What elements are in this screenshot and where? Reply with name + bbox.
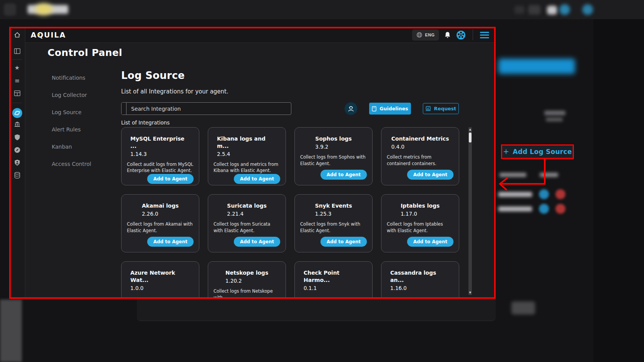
icon-rail: ★ ≡ xyxy=(9,27,25,299)
integration-description: Collect metrics from containerd containe… xyxy=(387,154,453,167)
database-icon[interactable] xyxy=(14,172,20,179)
integration-title: Containerd Metrics xyxy=(391,135,449,143)
add-log-source-label: Add Log Source xyxy=(513,148,572,156)
panels-icon[interactable] xyxy=(14,48,20,54)
guidelines-label: Guidelines xyxy=(380,106,408,111)
nav-item[interactable]: Log Source xyxy=(52,103,91,121)
integration-title: Netskope logs xyxy=(225,269,268,277)
background-blurred-primary-button xyxy=(498,59,575,74)
integration-card: Kibana logs and m... 2.5.4 Collect logs … xyxy=(208,127,286,185)
integration-card-head: Containerd Metrics 0.4.0 xyxy=(391,135,449,150)
brand-logo: AQUILA xyxy=(31,31,66,39)
background-right-column xyxy=(593,0,644,362)
integration-title: Snyk Events xyxy=(315,202,352,210)
nav-item[interactable]: Alert Rules xyxy=(52,121,91,138)
add-to-agent-button[interactable]: Add to Agent xyxy=(147,237,194,247)
favorites-star-icon[interactable]: ★ xyxy=(15,65,20,71)
integration-description: Collect logs from Netskope with xyxy=(214,288,280,299)
integration-card-head: Kibana logs and m... 2.5.4 xyxy=(217,135,277,157)
background-blurred-text xyxy=(544,111,565,115)
integration-card: Cassandra logs an... 1.16.0 Add to Agent xyxy=(381,261,459,299)
background-avatar xyxy=(559,4,570,15)
menu-hamburger-icon[interactable] xyxy=(480,32,489,38)
nav-item-label: Notifications xyxy=(52,75,85,81)
shield-icon[interactable] xyxy=(14,134,20,141)
guidelines-document-icon xyxy=(372,106,376,111)
integration-card-head: Cassandra logs an... 1.16.0 xyxy=(390,269,450,291)
integration-version: 1.17.0 xyxy=(401,211,440,217)
integration-version: 1.14.3 xyxy=(130,151,190,157)
add-to-agent-button[interactable]: Add to Agent xyxy=(320,237,367,247)
nav-item[interactable]: Kanban xyxy=(52,138,91,155)
integrations-grid: MySQL Enterprise ... 1.14.3 Collect audi… xyxy=(121,127,459,299)
integration-card: Sophos logs 3.9.2 Collect logs from Soph… xyxy=(294,127,373,185)
nav-item-label: Log Source xyxy=(52,109,82,115)
add-to-agent-button[interactable]: Add to Agent xyxy=(234,174,280,184)
integration-card: Containerd Metrics 0.4.0 Collect metrics… xyxy=(381,127,459,185)
language-selector[interactable]: ENG xyxy=(412,29,439,41)
background-edit-icon xyxy=(539,204,549,214)
notifications-bell-icon[interactable] xyxy=(444,31,451,39)
plus-icon: + xyxy=(503,147,509,156)
section-subtitle: List of all Integrations for your agent. xyxy=(121,88,228,95)
integration-version: 3.9.2 xyxy=(315,144,352,150)
support-agent-button[interactable] xyxy=(345,102,357,115)
rail-divider xyxy=(12,59,22,60)
apps-wheel-icon[interactable] xyxy=(456,30,466,40)
add-to-agent-button[interactable]: Add to Agent xyxy=(407,237,453,247)
nav-item-label: Log Collector xyxy=(52,92,87,98)
request-button[interactable]: Request xyxy=(423,103,459,114)
integration-card: Netskope logs 1.20.2 Collect logs from N… xyxy=(208,261,286,299)
guidelines-button[interactable]: Guidelines xyxy=(369,103,411,115)
rail-divider xyxy=(12,103,22,103)
nav-item[interactable]: Log Collector xyxy=(52,86,91,103)
scrollbar-thumb[interactable] xyxy=(469,133,472,143)
list-menu-icon[interactable]: ≡ xyxy=(15,78,20,84)
background-table-row xyxy=(498,192,532,197)
integrations-active-icon[interactable] xyxy=(12,108,22,118)
globe-icon xyxy=(416,32,422,38)
integrations-scrollbar[interactable]: ▲ ▼ xyxy=(468,127,472,295)
compass-icon[interactable] xyxy=(14,147,20,153)
section-title: Log Source xyxy=(121,70,185,81)
integration-card-head: Suricata logs 2.21.4 xyxy=(227,202,266,217)
control-panel-nav: Notifications Log Collector Log Source A… xyxy=(52,69,91,172)
background-blurred-button xyxy=(511,301,535,314)
integration-card: Check Point Harmo... 0.1.1 Add to Agent xyxy=(294,261,373,299)
integration-card: Snyk Events 1.25.3 Collect logs from Sny… xyxy=(294,194,373,252)
scroll-down-icon[interactable]: ▼ xyxy=(468,291,472,295)
integration-card-head: Akamai logs 2.26.0 xyxy=(142,202,179,217)
background-delete-icon xyxy=(555,189,565,199)
integration-title: Sophos logs xyxy=(315,135,352,143)
nav-item[interactable]: Notifications xyxy=(52,69,91,86)
add-log-source-button[interactable]: + Add Log Source xyxy=(502,146,573,158)
background-topbar-icon xyxy=(547,6,557,15)
integration-card-head: Iptables logs 1.17.0 xyxy=(401,202,440,217)
search-field-cap xyxy=(122,103,127,115)
organization-bank-icon[interactable] xyxy=(14,121,20,127)
scroll-up-icon[interactable]: ▲ xyxy=(468,128,472,131)
integration-title: Iptables logs xyxy=(401,202,440,210)
integration-card-head: Azure Network Wat... 1.0.0 xyxy=(130,269,190,291)
nav-item-label: Kanban xyxy=(52,144,72,150)
integration-card-head: MySQL Enterprise ... 1.14.3 xyxy=(130,135,190,157)
control-panel-modal: AQUILA ENG xyxy=(9,27,496,299)
nav-item[interactable]: Access Control xyxy=(52,155,91,172)
integration-card: Suricata logs 2.21.4 Collect logs from S… xyxy=(208,194,286,252)
background-left-sidebar xyxy=(0,300,22,362)
page: + Add Log Source AQUILA ENG xyxy=(0,0,644,362)
integration-version: 2.5.4 xyxy=(217,151,277,157)
background-logo-accent xyxy=(35,3,52,15)
add-to-agent-button[interactable]: Add to Agent xyxy=(320,170,367,180)
identity-shield-icon[interactable] xyxy=(14,159,20,166)
support-agent-icon xyxy=(347,105,355,112)
search-input[interactable] xyxy=(127,103,291,115)
add-to-agent-button[interactable]: Add to Agent xyxy=(147,174,194,184)
integration-version: 1.20.2 xyxy=(225,278,268,284)
add-to-agent-button[interactable]: Add to Agent xyxy=(234,237,280,247)
table-layout-icon[interactable] xyxy=(14,90,20,96)
integration-title: Kibana logs and m... xyxy=(217,135,277,150)
add-to-agent-button[interactable]: Add to Agent xyxy=(407,170,453,180)
home-icon[interactable] xyxy=(14,31,21,38)
integration-card-head: Snyk Events 1.25.3 xyxy=(315,202,352,217)
